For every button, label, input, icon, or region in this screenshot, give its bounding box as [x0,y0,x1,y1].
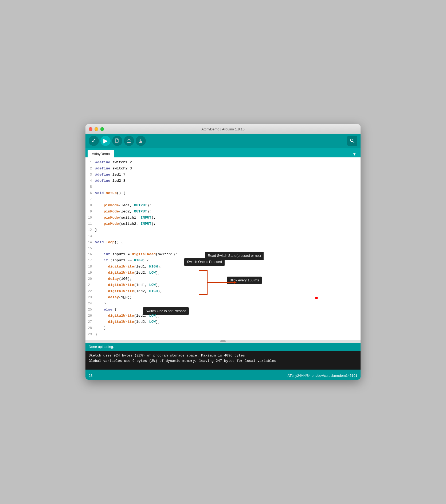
new-button[interactable] [112,136,122,146]
code-line-29: 29 } [85,331,361,338]
code-line-27: 27 digitalWrite(led2, LOW); [85,319,361,325]
code-line-12: 12 } [85,227,361,233]
code-line-18: 18 digitalWrite(led1, HIGH); [85,264,361,270]
arduino-window: AttinyDemo | Arduino 1.8.10 ✓ ▶ AttinyDe… [85,124,361,379]
upload-button[interactable]: ▶ [100,136,111,146]
console-line-1: Sketch uses 924 bytes (22%) of program s… [89,353,357,359]
search-icon [350,138,355,143]
code-line-24: 24 } [85,301,361,307]
code-line-1: 1 #define switch1 2 [85,160,361,166]
save-button[interactable] [136,136,146,146]
code-line-19: 19 digitalWrite(led2, LOW); [85,270,361,276]
toolbar-left: ✓ ▶ [89,136,146,146]
bottom-separator [85,370,361,372]
upload-status-bar: Done uploading. [85,343,361,351]
code-line-26: 26 digitalWrite(led1, LOW); [85,313,361,319]
code-line-10: 10 pinMode(switch1, INPUT); [85,215,361,221]
code-line-23: 23 delay(100); [85,294,361,301]
line-number: 23 [89,374,92,378]
status-bar-bottom: 23 ATtiny24/44/84 on /dev/cu.usbmodem145… [85,372,361,380]
svg-rect-0 [115,139,118,142]
code-line-9: 9 pinMode(led2, OUTPUT); [85,209,361,215]
new-file-icon [115,138,120,143]
toolbar: ✓ ▶ [85,134,361,148]
verify-button[interactable]: ✓ [89,136,99,146]
tabs-bar: AttinyDemo ▼ [85,148,361,157]
code-line-15: 15 [85,246,361,252]
code-line-11: 11 pinMode(switch2, INPUT); [85,221,361,227]
code-line-16: 16 int input1 = digitalRead(switch1); Re… [85,251,361,258]
save-icon [138,138,143,143]
window-title: AttinyDemo | Arduino 1.8.10 [201,127,245,131]
svg-point-3 [350,139,353,142]
code-line-3: 3 #define led1 7 [85,172,361,178]
code-line-22: 22 digitalWrite(led2, HIGH); [85,288,361,294]
code-editor[interactable]: 1 #define switch1 2 2 #define switch2 3 … [85,157,361,339]
code-line-14: 14 void loop() { [85,239,361,246]
code-line-25: 25 else { Switch One is not Pressed [85,307,361,313]
open-icon [127,138,131,143]
code-line-17: 17 if (input1 == HIGH) { Switch One is P… [85,258,361,264]
title-bar: AttinyDemo | Arduino 1.8.10 [85,124,361,134]
code-line-20: 20 delay(100); Blink every 100 ms [85,276,361,282]
code-line-2: 2 #define switch2 3 [85,166,361,172]
tab-attinydemo[interactable]: AttinyDemo [88,150,114,157]
board-info: ATtiny24/44/84 on /dev/cu.usbmodem145101 [288,374,357,378]
svg-line-4 [353,141,354,143]
close-button[interactable] [89,127,92,131]
code-line-4: 4 #define led2 8 [85,178,361,184]
code-line-13: 13 [85,233,361,239]
code-line-5: 5 [85,184,361,190]
open-button[interactable] [124,136,134,146]
minimize-button[interactable] [95,127,98,131]
maximize-button[interactable] [100,127,104,131]
code-line-8: 8 pinMode(led1, OUTPUT); [85,203,361,209]
red-dot [315,297,318,299]
search-button[interactable] [347,136,357,146]
code-line-6: 6 void setup() { [85,190,361,196]
upload-status-text: Done uploading. [89,345,114,349]
scroll-thumb[interactable] [220,340,226,342]
code-line-7: 7 [85,196,361,203]
horizontal-scrollbar[interactable] [85,340,361,343]
console-area: Sketch uses 924 bytes (22%) of program s… [85,351,361,370]
code-line-21: 21 digitalWrite(led1, LOW); [85,282,361,288]
code-line-28: 28 } [85,325,361,331]
traffic-lights [89,127,104,131]
tab-dropdown[interactable]: ▼ [350,151,358,157]
console-line-2: Global variables use 9 bytes (3%) of dyn… [89,358,357,364]
